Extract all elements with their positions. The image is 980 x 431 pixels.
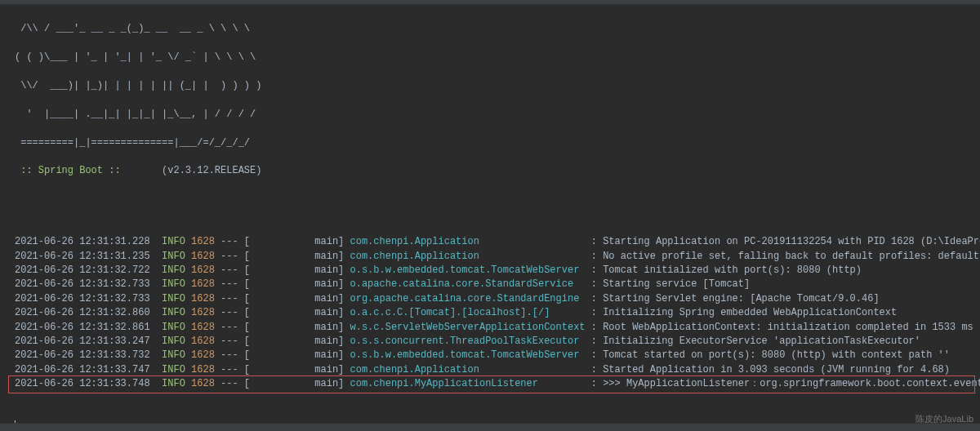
ascii-art-line: ' |____| .__|_| |_|_| |_\__, | / / / / — [15, 108, 975, 122]
banner-version: (v2.3.12.RELEASE) — [162, 165, 261, 176]
log-level: INFO — [162, 293, 185, 304]
ascii-art-line: \\/ ___)| |_)| | | | | || (_| | ) ) ) ) — [15, 79, 975, 93]
log-pid: 1628 — [191, 251, 215, 262]
log-line: 2021-06-26 12:31:32.861 INFO 1628 --- [ … — [15, 321, 975, 335]
log-logger: com.chenpi.Application — [350, 236, 586, 247]
ascii-art-line: ( ( )\___ | '_ | '_| | '_ \/ _` | \ \ \ … — [15, 51, 975, 64]
blank-line — [15, 193, 975, 207]
log-pid: 1628 — [191, 236, 215, 247]
log-level: INFO — [162, 278, 185, 290]
log-logger: o.s.s.concurrent.ThreadPoolTaskExecutor — [350, 335, 586, 347]
log-line: 2021-06-26 12:31:33.748 INFO 1628 --- [ … — [15, 377, 975, 391]
log-level: INFO — [162, 335, 185, 347]
log-logger: com.chenpi.MyApplicationListener — [350, 378, 586, 389]
log-logger: w.s.c.ServletWebServerApplicationContext — [350, 322, 586, 333]
log-line: 2021-06-26 12:31:33.732 INFO 1628 --- [ … — [15, 349, 975, 362]
log-line: 2021-06-26 12:31:33.247 INFO 1628 --- [ … — [15, 335, 975, 349]
log-logger: o.apache.catalina.core.StandardService — [350, 278, 586, 290]
log-line: 2021-06-26 12:31:32.722 INFO 1628 --- [ … — [15, 264, 975, 278]
log-level: INFO — [162, 322, 185, 333]
log-line: 2021-06-26 12:31:32.860 INFO 1628 --- [ … — [15, 306, 975, 320]
log-logger: o.s.b.w.embedded.tomcat.TomcatWebServer — [350, 349, 586, 361]
log-logger: o.s.b.w.embedded.tomcat.TomcatWebServer — [350, 264, 586, 276]
ascii-art-line: /\\ / ___'_ __ _ _(_)_ __ __ _ \ \ \ \ — [15, 22, 975, 36]
log-pid: 1628 — [191, 364, 215, 375]
log-pid: 1628 — [191, 335, 215, 347]
log-level: INFO — [162, 378, 185, 389]
log-level: INFO — [162, 307, 185, 318]
log-logger: org.apache.catalina.core.StandardEngine — [350, 293, 586, 304]
log-logger: o.a.c.c.C.[Tomcat].[localhost].[/] — [350, 307, 586, 318]
spring-boot-banner: :: Spring Boot :: (v2.3.12.RELEASE) — [15, 164, 975, 178]
log-line: 2021-06-26 12:31:31.228 INFO 1628 --- [ … — [15, 235, 975, 249]
log-logger: com.chenpi.Application — [350, 251, 586, 262]
editor-bottombar — [0, 423, 980, 431]
log-logger: com.chenpi.Application — [350, 364, 586, 375]
log-line: 2021-06-26 12:31:33.747 INFO 1628 --- [ … — [15, 363, 975, 377]
ascii-art-line: =========|_|==============|___/=/_/_/_/ — [15, 136, 975, 150]
log-pid: 1628 — [191, 264, 215, 276]
log-pid: 1628 — [191, 278, 215, 290]
log-pid: 1628 — [191, 293, 215, 304]
console-output[interactable]: /\\ / ___'_ __ _ _(_)_ __ __ _ \ \ \ \ (… — [0, 5, 980, 431]
log-level: INFO — [162, 236, 185, 247]
log-line: 2021-06-26 12:31:32.733 INFO 1628 --- [ … — [15, 292, 975, 306]
banner-label: :: Spring Boot :: — [15, 165, 127, 176]
log-level: INFO — [162, 251, 185, 262]
log-level: INFO — [162, 349, 185, 361]
log-line: 2021-06-26 12:31:31.235 INFO 1628 --- [ … — [15, 250, 975, 264]
log-line: 2021-06-26 12:31:32.733 INFO 1628 --- [ … — [15, 278, 975, 291]
log-pid: 1628 — [191, 349, 215, 361]
log-pid: 1628 — [191, 307, 215, 318]
log-level: INFO — [162, 264, 185, 276]
log-pid: 1628 — [191, 378, 215, 389]
log-pid: 1628 — [191, 322, 215, 333]
log-level: INFO — [162, 364, 185, 375]
